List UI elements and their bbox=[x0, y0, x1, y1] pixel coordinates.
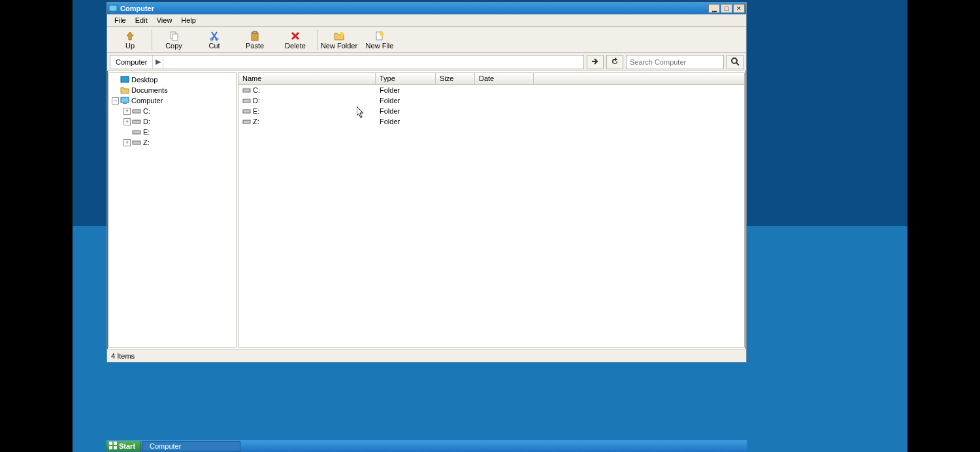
expand-icon[interactable]: + bbox=[123, 139, 131, 146]
paste-button[interactable]: Paste bbox=[235, 27, 275, 52]
delete-button[interactable]: Delete bbox=[275, 27, 316, 52]
tree-toggle-blank bbox=[112, 87, 119, 94]
copy-button[interactable]: Copy bbox=[154, 27, 194, 52]
tree-label: Computer bbox=[131, 97, 163, 105]
start-icon bbox=[109, 442, 117, 451]
close-button[interactable]: ✕ bbox=[733, 4, 745, 13]
item-type: Folder bbox=[376, 97, 436, 105]
svg-rect-6 bbox=[252, 33, 258, 40]
window-title: Computer bbox=[120, 5, 154, 12]
collapse-icon[interactable]: − bbox=[112, 97, 119, 105]
drive-icon bbox=[132, 117, 141, 126]
list-item[interactable]: E:Folder bbox=[238, 106, 744, 116]
new-file-label: New File bbox=[366, 42, 394, 50]
tree-item-desktop[interactable]: Desktop bbox=[109, 74, 236, 85]
column-type[interactable]: Type bbox=[376, 73, 436, 84]
svg-rect-25 bbox=[114, 442, 117, 445]
svg-rect-16 bbox=[133, 110, 140, 113]
new-folder-label: New Folder bbox=[321, 42, 357, 50]
breadcrumb[interactable]: Computer ▶ bbox=[110, 55, 584, 69]
drive-icon bbox=[242, 118, 251, 125]
taskbar-item-label: Computer bbox=[150, 442, 181, 450]
list-item[interactable]: D:Folder bbox=[238, 95, 744, 106]
item-type: Folder bbox=[376, 86, 436, 94]
drive-icon bbox=[242, 108, 251, 115]
chevron-right-icon[interactable]: ▶ bbox=[153, 56, 163, 69]
svg-rect-1 bbox=[111, 12, 115, 12]
menu-file[interactable]: File bbox=[110, 15, 131, 25]
tree-item-computer[interactable]: − Computer bbox=[109, 95, 236, 106]
tree-item-documents[interactable]: Documents bbox=[109, 85, 236, 95]
refresh-button[interactable] bbox=[606, 55, 623, 69]
search-input[interactable] bbox=[626, 55, 724, 69]
svg-rect-24 bbox=[109, 442, 112, 445]
breadcrumb-segment[interactable]: Computer bbox=[110, 56, 153, 69]
expand-icon[interactable]: + bbox=[123, 118, 131, 125]
folder-tree[interactable]: Desktop Documents − Computer + C: + D: bbox=[108, 73, 237, 347]
taskbar[interactable]: Start Computer bbox=[106, 440, 747, 452]
titlebar[interactable]: Computer ▁ ▢ ✕ bbox=[107, 3, 746, 14]
tree-label: Z: bbox=[143, 138, 150, 146]
maximize-button[interactable]: ▢ bbox=[721, 4, 732, 13]
list-item[interactable]: C:Folder bbox=[238, 85, 744, 95]
column-date[interactable]: Date bbox=[475, 73, 534, 84]
address-bar: Computer ▶ bbox=[107, 53, 746, 71]
drive-icon bbox=[242, 97, 251, 105]
tree-item-drive-z[interactable]: + Z: bbox=[109, 137, 236, 148]
desktop-icon bbox=[120, 75, 129, 84]
svg-rect-21 bbox=[243, 99, 250, 103]
drive-icon bbox=[242, 87, 251, 94]
svg-rect-22 bbox=[243, 110, 250, 113]
svg-rect-13 bbox=[121, 76, 129, 82]
svg-rect-14 bbox=[121, 97, 129, 103]
list-header: Name Type Size Date bbox=[238, 73, 744, 85]
svg-rect-19 bbox=[133, 141, 140, 144]
menu-view[interactable]: View bbox=[152, 15, 177, 25]
expand-icon[interactable]: + bbox=[123, 108, 131, 115]
drive-icon bbox=[132, 138, 141, 147]
minimize-button[interactable]: ▁ bbox=[708, 4, 720, 13]
column-size[interactable]: Size bbox=[436, 73, 475, 84]
tree-toggle-blank bbox=[123, 129, 131, 136]
arrow-up-icon bbox=[125, 30, 135, 42]
svg-rect-26 bbox=[109, 446, 112, 449]
item-type: Folder bbox=[376, 118, 436, 125]
file-list[interactable]: Name Type Size Date C:FolderD:FolderE:Fo… bbox=[238, 73, 745, 347]
start-button[interactable]: Start bbox=[106, 441, 141, 451]
tree-label: Documents bbox=[131, 86, 168, 94]
taskbar-item-computer[interactable]: Computer bbox=[142, 441, 240, 451]
cut-icon bbox=[209, 30, 220, 42]
toolbar-separator bbox=[317, 29, 318, 50]
go-button[interactable] bbox=[587, 55, 604, 69]
start-label: Start bbox=[119, 442, 135, 450]
column-name[interactable]: Name bbox=[238, 73, 376, 84]
search-icon bbox=[730, 57, 740, 67]
file-explorer-window: Computer ▁ ▢ ✕ File Edit View Help Up Co… bbox=[106, 2, 747, 363]
folder-icon bbox=[120, 86, 129, 95]
new-file-button[interactable]: New File bbox=[359, 27, 400, 52]
svg-rect-7 bbox=[253, 31, 257, 33]
item-name: C: bbox=[253, 86, 260, 94]
drive-icon bbox=[132, 127, 141, 137]
status-bar: 4 Items bbox=[107, 349, 746, 362]
toolbar: Up Copy Cut Paste Delete New Folder New … bbox=[107, 27, 746, 53]
list-item[interactable]: Z:Folder bbox=[238, 116, 744, 127]
svg-rect-17 bbox=[133, 120, 140, 123]
new-folder-button[interactable]: New Folder bbox=[319, 27, 359, 52]
tree-item-drive-c[interactable]: + C: bbox=[109, 106, 236, 116]
menu-help[interactable]: Help bbox=[176, 15, 201, 25]
cut-button[interactable]: Cut bbox=[194, 27, 235, 52]
computer-icon bbox=[120, 96, 129, 105]
search-button[interactable] bbox=[727, 55, 743, 69]
tree-item-drive-e[interactable]: E: bbox=[109, 127, 236, 137]
up-button[interactable]: Up bbox=[110, 27, 150, 52]
item-name: Z: bbox=[253, 118, 259, 125]
svg-rect-15 bbox=[123, 103, 127, 104]
tree-item-drive-d[interactable]: + D: bbox=[109, 116, 236, 127]
svg-line-12 bbox=[736, 63, 739, 65]
svg-rect-3 bbox=[172, 34, 178, 40]
tree-toggle-blank bbox=[112, 76, 119, 84]
toolbar-separator bbox=[152, 29, 152, 50]
delete-label: Delete bbox=[285, 42, 306, 50]
menu-edit[interactable]: Edit bbox=[131, 15, 152, 25]
